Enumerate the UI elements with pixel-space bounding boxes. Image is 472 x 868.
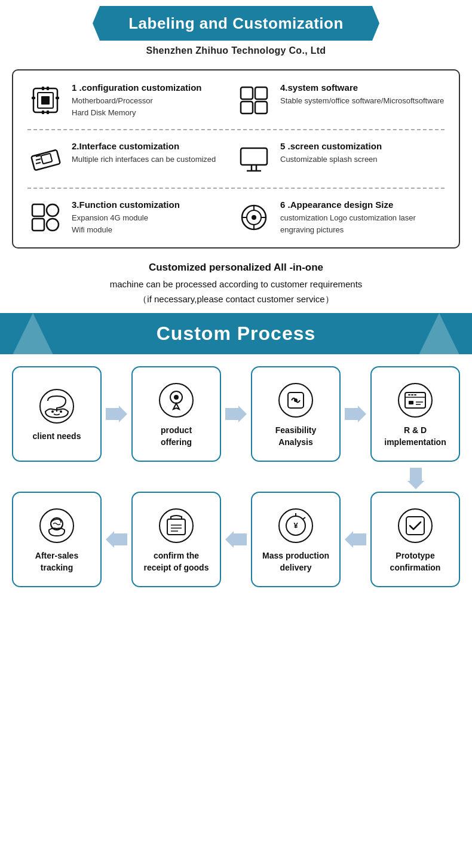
svg-marker-54 <box>407 468 424 489</box>
arrow-right-2 <box>225 403 247 425</box>
process-card-client-needs: client needs <box>12 366 102 462</box>
svg-point-25 <box>47 219 59 231</box>
process-corner-right <box>418 313 460 356</box>
svg-line-16 <box>36 162 41 164</box>
process-card-mass-production: ¥ Mass production delivery <box>251 492 341 587</box>
custom-text-appearance: 6 .Appearance design Size customization … <box>280 200 445 235</box>
customization-box: 1 .configuration customization Motherboa… <box>12 69 460 249</box>
process-card-after-sales: After-sales tracking <box>12 492 102 587</box>
after-sales-icon <box>38 507 75 544</box>
process-header: Custom Process <box>0 313 472 354</box>
svg-line-15 <box>36 159 41 160</box>
custom-item-config: 1 .configuration customization Motherboa… <box>27 82 236 118</box>
custom-item-function: 3.Function customization Expansion 4G mo… <box>27 200 236 235</box>
svg-rect-4 <box>56 97 59 99</box>
svg-rect-9 <box>241 87 253 99</box>
svg-point-35 <box>60 410 62 413</box>
promo-line2: machine can be processed according to cu… <box>12 277 460 292</box>
confirm-receipt-label: confirm the receipt of goods <box>144 550 209 573</box>
arrow-left-2 <box>225 529 247 550</box>
svg-marker-40 <box>225 406 247 422</box>
custom-text-interface: 2.Interface customization Multiple rich … <box>72 141 216 165</box>
svg-rect-63 <box>167 519 185 535</box>
process-card-feasibility: Feasibility Analysis <box>251 366 341 462</box>
svg-text:¥: ¥ <box>293 521 298 530</box>
svg-point-37 <box>160 384 193 417</box>
process-row-2: Prototype confirmation ¥ Mass production… <box>12 492 460 587</box>
custom-row-1: 1 .configuration customization Motherboa… <box>27 82 445 118</box>
process-card-product-offering: product offering <box>131 366 221 462</box>
custom-row-3: 3.Function customization Expansion 4G mo… <box>27 200 445 235</box>
interface-icon <box>27 141 63 177</box>
client-needs-icon <box>38 388 75 425</box>
appearance-icon <box>236 200 272 235</box>
process-flow: client needs product offering <box>0 354 472 599</box>
prototype-label: Prototype confirmation <box>390 550 441 573</box>
process-corner-left <box>12 313 54 356</box>
header-banner: Labeling and Customization Shenzhen Zhih… <box>0 0 472 60</box>
arrow-right-1 <box>106 403 127 425</box>
config-icon <box>27 82 63 118</box>
process-header-inner: Custom Process <box>0 317 472 351</box>
confirm-receipt-icon <box>158 507 195 544</box>
divider-2 <box>27 188 445 189</box>
arrow-left-1 <box>345 529 366 550</box>
svg-rect-22 <box>32 204 44 216</box>
svg-rect-12 <box>255 102 267 114</box>
custom-text-config: 1 .configuration customization Motherboa… <box>72 82 202 118</box>
svg-point-24 <box>47 204 59 216</box>
product-offering-icon <box>158 382 195 419</box>
svg-point-68 <box>40 509 73 542</box>
divider-1 <box>27 129 445 130</box>
svg-point-39 <box>174 395 179 400</box>
promo-text: Customized personalized All -in-one mach… <box>12 259 460 307</box>
promo-line1: Customized personalized All -in-one <box>12 259 460 277</box>
svg-rect-56 <box>406 517 424 535</box>
svg-rect-10 <box>255 87 267 99</box>
software-icon <box>236 82 272 118</box>
custom-item-appearance: 6 .Appearance design Size customization … <box>236 200 445 235</box>
feasibility-icon <box>277 382 314 419</box>
svg-rect-17 <box>41 154 52 164</box>
rd-label: R & D implementation <box>384 425 446 448</box>
svg-rect-51 <box>409 401 413 404</box>
after-sales-label: After-sales tracking <box>35 550 78 573</box>
svg-rect-18 <box>241 148 267 165</box>
prototype-icon <box>397 507 434 544</box>
svg-rect-7 <box>47 87 49 90</box>
custom-item-software: 4.system software Stable system/office s… <box>236 82 445 118</box>
page-title: Labeling and Customization <box>128 14 344 33</box>
svg-rect-23 <box>32 219 44 231</box>
custom-text-screen: 5 .screen customization Customizable spl… <box>280 141 382 165</box>
svg-rect-6 <box>42 111 44 114</box>
svg-point-62 <box>160 509 193 542</box>
arrow-down <box>12 468 460 489</box>
svg-rect-13 <box>31 150 60 171</box>
custom-item-interface: 2.Interface customization Multiple rich … <box>27 141 236 177</box>
process-card-rd: R & D implementation <box>370 366 460 462</box>
svg-marker-44 <box>345 406 366 422</box>
product-offering-label: product offering <box>161 425 192 448</box>
custom-row-2: 2.Interface customization Multiple rich … <box>27 141 445 177</box>
promo-line3: （if necessary,please contact customer se… <box>12 292 460 307</box>
process-card-prototype: Prototype confirmation <box>370 492 460 587</box>
subtitle: Shenzhen Zhihuo Technology Co., Ltd <box>146 45 326 56</box>
custom-item-screen: 5 .screen customization Customizable spl… <box>236 141 445 177</box>
function-icon <box>27 200 63 235</box>
client-needs-label: client needs <box>33 431 81 443</box>
svg-marker-57 <box>345 531 366 548</box>
process-card-confirm-receipt: confirm the receipt of goods <box>131 492 221 587</box>
arrow-left-3 <box>106 529 127 550</box>
svg-marker-67 <box>106 531 127 548</box>
arrow-right-3 <box>345 403 366 425</box>
banner-title-wrap: Labeling and Customization <box>93 6 379 41</box>
svg-point-45 <box>399 384 432 417</box>
custom-text-software: 4.system software Stable system/office s… <box>280 82 444 107</box>
svg-point-28 <box>252 215 256 220</box>
svg-rect-11 <box>241 102 253 114</box>
svg-marker-61 <box>225 531 247 548</box>
svg-point-55 <box>399 509 432 542</box>
mass-production-icon: ¥ <box>277 507 314 544</box>
screen-icon <box>236 141 272 177</box>
svg-rect-3 <box>32 97 35 99</box>
